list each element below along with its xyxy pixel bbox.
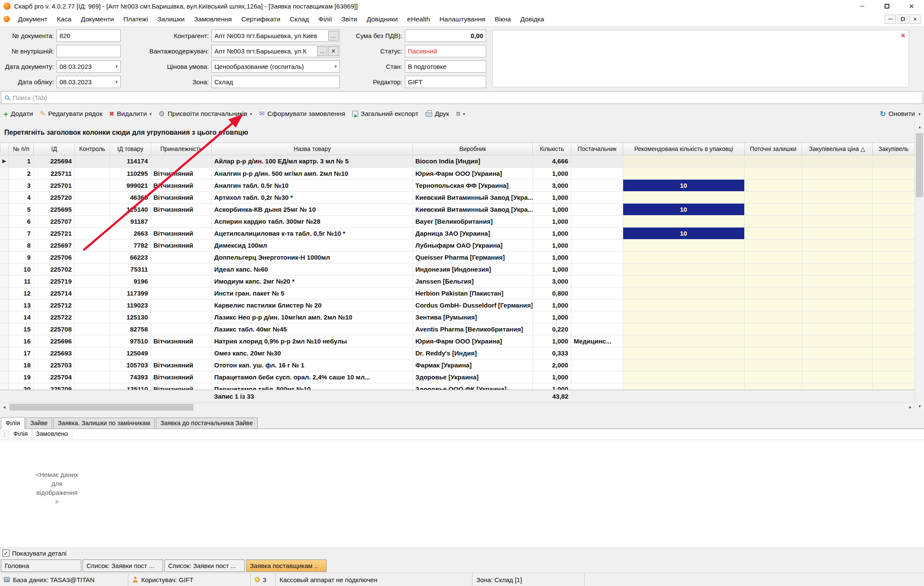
table-row[interactable]: 13225712119023Карвелис пастилки блистер … (0, 299, 915, 311)
table-row[interactable]: 12225714117399Инсти гран. пакет № 5Herbi… (0, 287, 915, 299)
show-details-checkbox[interactable]: ✓ (3, 550, 9, 556)
column-header[interactable]: Постачальник (571, 143, 623, 155)
chevron-down-icon[interactable]: ▾ (333, 64, 337, 69)
menu-item[interactable]: Довідка (516, 15, 549, 23)
minimize-button[interactable] (850, 0, 874, 12)
edit-row-button[interactable]: ✎Редагувати рядок (40, 110, 102, 118)
chevron-down-icon[interactable]: ▾ (918, 112, 921, 116)
table-row[interactable]: 622570791187Аспирин кардио табл. 300мг №… (0, 215, 915, 227)
detail-col-filia[interactable]: Філія (9, 429, 32, 440)
menu-item[interactable]: Замовлення (189, 15, 236, 23)
print-button[interactable]: Друк (425, 110, 449, 118)
consignee-browse-button[interactable]: … (317, 46, 327, 56)
search-input[interactable]: Поиск (Tab) (13, 94, 47, 101)
assign-suppliers-button[interactable]: ⚙Присвоїти постачальників▾ (158, 110, 252, 118)
column-header[interactable]: Закупівельна ціна △ (802, 143, 873, 155)
account-date-field[interactable]: 08.03.2023▾ (56, 76, 121, 88)
column-header[interactable]: Контроль (75, 143, 110, 155)
mdi-close-button[interactable]: ✕ (909, 15, 921, 24)
restore-button[interactable] (874, 0, 899, 12)
table-row[interactable]: 5225695125140ВітчизнянийАскорбинка-КВ ды… (0, 203, 915, 215)
menu-item[interactable]: Довідники (362, 15, 403, 23)
price-condition-field[interactable]: Ценообразование (госпиталь)▾ (211, 60, 340, 73)
window-tab-button[interactable]: Список: Заявки пост ... (83, 559, 163, 572)
menu-item[interactable]: Платежі (119, 15, 153, 23)
column-header[interactable]: Закупівель (873, 143, 915, 155)
mdi-minimize-button[interactable] (885, 15, 896, 24)
menu-item[interactable]: Документи (76, 15, 119, 23)
panel-close-icon[interactable]: ✕ (900, 33, 906, 38)
table-row[interactable]: 422572046365ВітчизнянийАртихол табл. 0,2… (0, 191, 915, 203)
table-row[interactable]: 14225722125130Лазикс Нео р-р д/ин. 10мг/… (0, 311, 915, 323)
add-button[interactable]: +Додати (3, 110, 33, 118)
window-tab-button[interactable]: Заявка поставщикам .. (246, 559, 327, 572)
close-button[interactable]: ✕ (899, 0, 924, 12)
scroll-up-icon[interactable]: ▲ (915, 123, 924, 131)
window-tab-button[interactable]: Головна (1, 559, 81, 572)
chevron-down-icon[interactable]: ▾ (113, 64, 118, 69)
delete-button[interactable]: ✖Видалити▾ (109, 110, 152, 118)
table-row[interactable]: 72257212663ВітчизнянийАцетилсалициловая … (0, 227, 915, 239)
detail-tab[interactable]: Зайве (26, 417, 53, 429)
search-bar[interactable]: Поиск (Tab) (1, 91, 923, 104)
layout-menu-button[interactable]: ≡▾ (456, 110, 465, 118)
form-order-button[interactable]: ✉Сформувати замовлення (259, 110, 345, 118)
detail-tab[interactable]: Заявка. Залишки по замінникам (53, 417, 154, 429)
detail-tab[interactable]: Філія (1, 417, 25, 429)
table-row[interactable]: 2225711110295ВітчизнянийАналгин р-р д/ин… (0, 167, 915, 179)
table-row[interactable]: 1922570474393ВітчизнянийПарацетамол беби… (0, 371, 915, 383)
menu-item[interactable]: Вікна (490, 15, 516, 23)
chevron-down-icon[interactable]: ▾ (113, 79, 118, 85)
column-header[interactable]: ІД товару (110, 143, 151, 155)
vscroll-thumb[interactable] (916, 133, 923, 197)
column-header[interactable]: Виробник (413, 143, 533, 155)
doc-number-field[interactable]: 820 (56, 30, 121, 42)
scroll-right-icon[interactable]: ► (906, 403, 915, 411)
consignee-clear-button[interactable]: ✕ (328, 46, 339, 56)
table-row[interactable]: 1022570275311Идеал капс. №60Индонезия [И… (0, 263, 915, 275)
menu-item[interactable]: Залишки (153, 15, 190, 23)
export-button[interactable]: Загальний експорт (352, 110, 419, 118)
table-row[interactable]: 18225703105703ВітчизнянийОтотон кап. уш.… (0, 359, 915, 371)
table-row[interactable]: 112257199196Имодиум капс. 2мг №20 *Janss… (0, 275, 915, 287)
vertical-scrollbar[interactable]: ▲ ▼ (915, 123, 924, 411)
menu-item[interactable]: Документ (13, 15, 52, 23)
menu-item[interactable]: Сертифікати (237, 15, 285, 23)
column-header[interactable]: Поточні залишки (745, 143, 802, 155)
zone-field[interactable]: Склад (211, 76, 340, 88)
column-header[interactable]: ІД (34, 143, 75, 155)
column-header[interactable]: № п/п (9, 143, 34, 155)
detail-tab[interactable]: Заявка до постачальника Зайве (156, 417, 258, 429)
window-tab-button[interactable]: Список: Заявки пост ... (164, 559, 245, 572)
hscroll-thumb[interactable] (9, 404, 193, 411)
internal-number-field[interactable] (56, 45, 121, 57)
table-row[interactable]: 82256977782ВітчизнянийДимексид 100млЛубн… (0, 239, 915, 251)
table-row[interactable]: 1622569697510ВітчизнянийНатрия хлорид 0,… (0, 335, 915, 347)
contractor-browse-button[interactable]: … (328, 31, 339, 41)
column-header[interactable]: Рекомендована кількість в упаковці (623, 143, 745, 155)
column-header[interactable]: Кількість (533, 143, 571, 155)
detail-col-zamovleno[interactable]: Замовлено (32, 429, 72, 440)
menu-item[interactable]: Налаштування (435, 15, 490, 23)
table-row[interactable]: 17225693125049Омез капс. 20мг №30Dr. Red… (0, 347, 915, 359)
table-row[interactable]: 922570666223Доппельгерц Энерготоник-Н 10… (0, 251, 915, 263)
column-header[interactable]: Приналежність (151, 143, 212, 155)
scroll-down-icon[interactable]: ▼ (915, 402, 924, 411)
menu-item[interactable]: Каса (52, 15, 76, 23)
consignee-field[interactable]: Апт №003 пгт.Барышевка, ул.К … ✕ (211, 45, 340, 57)
scroll-left-icon[interactable]: ◄ (0, 403, 9, 411)
refresh-button[interactable]: ↻Оновити (880, 110, 915, 118)
table-row[interactable]: 20225709135110ВітчизнянийПарацетамол таб… (0, 383, 915, 390)
column-header[interactable]: Назва товару (212, 143, 413, 155)
table-row[interactable]: ▶1225694114174Айлар р-р д/ин. 100 ЕД/мл … (0, 155, 915, 167)
contractor-field[interactable]: Апт №003 пгт.Барышевка, ул.Киев … (211, 30, 340, 42)
menu-item[interactable]: Звіти (337, 15, 362, 23)
mdi-restore-button[interactable] (897, 15, 908, 24)
horizontal-scrollbar[interactable]: ◄ ► (0, 403, 915, 411)
table-row[interactable]: 1522570882758Лазикс табл. 40мг №45Aventi… (0, 323, 915, 335)
menu-item[interactable]: Склад (285, 15, 314, 23)
menu-item[interactable]: Філії (314, 15, 337, 23)
table-row[interactable]: 3225701999021ВітчизнянийАналгин табл. 0.… (0, 179, 915, 191)
doc-date-field[interactable]: 08.03.2023▾ (56, 60, 121, 73)
menu-item[interactable]: eHealth (402, 15, 434, 23)
